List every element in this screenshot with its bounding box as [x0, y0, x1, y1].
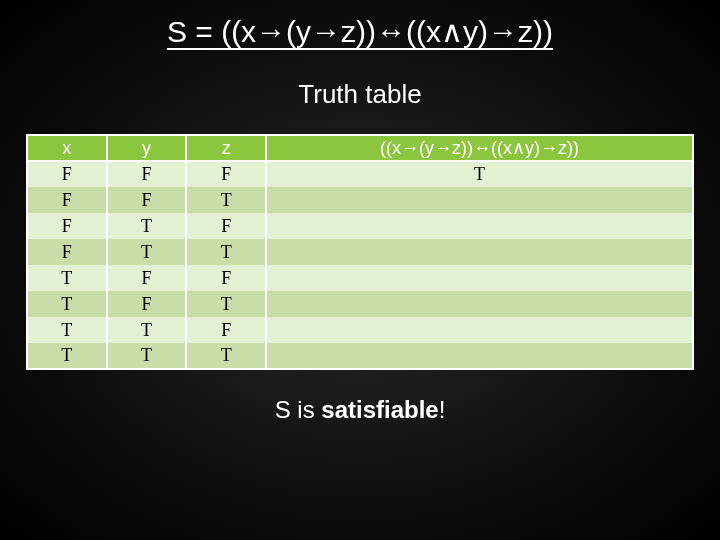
cell-y: T	[107, 343, 187, 369]
cell-x: T	[27, 317, 107, 343]
conclusion-text: S is satisfiable!	[0, 396, 720, 424]
conclusion-post: !	[439, 396, 446, 423]
cell-x: F	[27, 161, 107, 187]
cell-y: F	[107, 187, 187, 213]
cell-s	[266, 239, 693, 265]
truth-table: x y z ((x→(y→z))↔((x∧y)→z)) F F F T F F …	[26, 134, 694, 370]
table-title: Truth table	[0, 79, 720, 110]
cell-x: F	[27, 239, 107, 265]
cell-z: T	[186, 239, 266, 265]
table-row: F F T	[27, 187, 693, 213]
cell-x: F	[27, 187, 107, 213]
cell-x: T	[27, 343, 107, 369]
table-header-row: x y z ((x→(y→z))↔((x∧y)→z))	[27, 135, 693, 161]
col-header-z: z	[186, 135, 266, 161]
cell-z: T	[186, 343, 266, 369]
conclusion-pre: S is	[275, 396, 322, 423]
cell-z: F	[186, 161, 266, 187]
truth-table-container: x y z ((x→(y→z))↔((x∧y)→z)) F F F T F F …	[26, 134, 694, 370]
cell-x: T	[27, 265, 107, 291]
cell-s: T	[266, 161, 693, 187]
table-row: F T T	[27, 239, 693, 265]
cell-s	[266, 213, 693, 239]
cell-s	[266, 187, 693, 213]
cell-z: F	[186, 317, 266, 343]
cell-z: T	[186, 187, 266, 213]
cell-y: T	[107, 317, 187, 343]
cell-z: F	[186, 213, 266, 239]
table-row: T F F	[27, 265, 693, 291]
table-row: T T F	[27, 317, 693, 343]
cell-x: T	[27, 291, 107, 317]
cell-s	[266, 291, 693, 317]
cell-s	[266, 317, 693, 343]
col-header-y: y	[107, 135, 187, 161]
cell-y: F	[107, 161, 187, 187]
cell-x: F	[27, 213, 107, 239]
col-header-s: ((x→(y→z))↔((x∧y)→z))	[266, 135, 693, 161]
formula-title: S = ((x→(y→z))↔((x∧y)→z))	[0, 0, 720, 49]
cell-s	[266, 343, 693, 369]
table-row: T F T	[27, 291, 693, 317]
cell-y: F	[107, 265, 187, 291]
cell-z: T	[186, 291, 266, 317]
cell-s	[266, 265, 693, 291]
cell-y: T	[107, 213, 187, 239]
cell-y: T	[107, 239, 187, 265]
table-row: F T F	[27, 213, 693, 239]
table-row: F F F T	[27, 161, 693, 187]
table-row: T T T	[27, 343, 693, 369]
conclusion-bold: satisfiable	[321, 396, 438, 423]
cell-y: F	[107, 291, 187, 317]
col-header-x: x	[27, 135, 107, 161]
cell-z: F	[186, 265, 266, 291]
